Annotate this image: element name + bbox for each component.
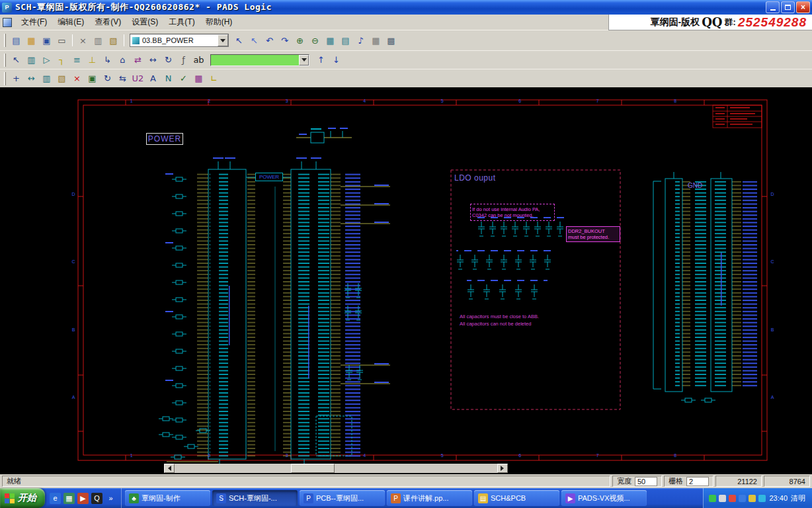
menu-help[interactable]: 帮助(H) [200,15,238,30]
ecc-button[interactable]: ▦ [191,71,206,86]
tray-icon-cyan[interactable] [758,495,766,502]
combo-dropdown-button[interactable] [299,55,309,65]
paste-special-button[interactable]: ▧ [54,71,69,86]
task-sch[interactable]: S SCH-覃纲固-... [212,490,298,506]
add-gate-button[interactable]: ▷ [39,53,54,67]
ground-button[interactable]: ⊥ [85,53,100,67]
horizontal-scrollbar[interactable] [164,464,508,473]
scroll-right-button[interactable] [497,464,508,473]
sheet-selector-combo[interactable]: 03.BB_POWER [130,34,229,47]
add-part-button[interactable]: ▥ [24,53,39,67]
gnd-connector-block[interactable] [653,172,765,402]
maximize-button[interactable] [781,1,795,13]
capacitor-note[interactable]: All capacitors must be close to ABB. All… [460,313,539,327]
swap-button[interactable]: ⇄ [130,53,145,67]
toolbar-grip[interactable] [4,72,6,85]
zoom-out-button[interactable]: ⊖ [307,33,323,48]
close-button[interactable]: × [796,1,810,13]
top-small-component[interactable] [296,128,352,143]
add-connection-button[interactable]: ┐ [54,53,69,67]
schematic-canvas[interactable]: POWER POWER LDO ouput GND If do not use … [0,87,812,474]
tray-icon-yellow[interactable] [749,495,756,502]
add-bus-button[interactable]: ≡ [69,53,85,67]
quicklaunch-qq[interactable]: Q [91,493,102,504]
text-button[interactable]: ab [191,53,206,67]
power-block-label[interactable]: POWER [255,173,283,181]
menu-setup[interactable]: 设置(S) [126,15,163,30]
quicklaunch-ie[interactable]: e [50,493,61,504]
menu-edit[interactable]: 编辑(E) [52,15,89,30]
main-power-ic[interactable] [197,157,390,470]
tray-icon-blue[interactable] [739,495,746,502]
select-pointer-button[interactable]: ↖ [231,33,247,48]
toolbar-grip[interactable] [4,54,6,67]
width-value-field[interactable]: 50 [635,477,657,486]
rotate-tool-button[interactable]: ↻ [161,53,176,67]
menu-file[interactable]: 文件(F) [16,15,52,30]
scrollbar-track[interactable] [175,464,497,473]
menu-view[interactable]: 查看(V) [89,15,126,30]
grid-value-field[interactable]: 2 [686,477,709,486]
rules-button[interactable]: ✓ [176,71,191,86]
radio-select-button[interactable]: ↖ [247,33,262,48]
sheet-button[interactable]: ▤ [338,33,353,48]
left-decoupling-parts[interactable] [159,173,218,462]
offpage-button[interactable]: ↳ [100,53,115,67]
save-button[interactable]: ▣ [39,33,54,48]
increment-up-button[interactable]: ↑ [313,53,329,67]
mirror-button[interactable]: ⇆ [115,71,130,86]
edit-attr-button[interactable]: A [145,71,161,86]
quicklaunch-media[interactable]: ▶ [77,493,89,504]
increment-down-button[interactable]: ↓ [329,53,344,67]
tray-icon-green[interactable] [709,495,716,502]
board-view-button[interactable]: ▦ [323,33,338,48]
move-gate-button[interactable]: ↔ [145,53,161,67]
gnd-label[interactable]: GND [688,182,702,189]
redo-button[interactable]: ↷ [277,33,292,48]
undo-button[interactable]: ↶ [262,33,277,48]
hierarchy-button[interactable]: ⌂ [115,53,130,67]
toolbar-grip[interactable] [4,34,6,47]
spreadsheet-button[interactable]: ▦ [368,33,384,48]
paste-button[interactable]: ▧ [106,33,121,48]
start-button[interactable]: 开始 [0,488,45,508]
new-button[interactable]: ▤ [9,33,24,48]
field-button[interactable]: ƒ [176,53,191,67]
delete-button[interactable]: × [69,71,85,86]
ddr2-note[interactable]: DDR2_BUKOUT must be protected. [566,226,620,242]
rotate90-button[interactable]: ↻ [100,71,115,86]
print-button[interactable]: ▭ [54,33,69,48]
cut-button[interactable]: × [75,33,91,48]
copy-button[interactable]: ▥ [91,33,106,48]
selection-tool-button[interactable]: ↖ [9,53,24,67]
stretch-button[interactable]: ↔ [24,71,39,86]
task-tree[interactable]: ♣ 覃纲固-制作 [125,490,210,506]
combo-dropdown-button[interactable] [218,34,228,46]
value-entry-combo[interactable] [210,54,309,66]
swap-ref-button[interactable]: U2 [130,71,145,86]
net-name-button[interactable]: N [161,71,176,86]
move-mode-button[interactable]: + [9,71,24,86]
task-video[interactable]: ▶ PADS-VX视频... [561,490,647,506]
measure-button[interactable]: ∟ [206,71,222,86]
audio-pa-note[interactable]: If do not use internal Audio PA, C0342 c… [470,204,555,221]
quicklaunch-more[interactable]: » [105,493,116,504]
ldo-section-label[interactable]: LDO ouput [454,173,496,183]
undelete-button[interactable]: ▣ [85,71,100,86]
open-button[interactable]: ▦ [24,33,39,48]
task-folder[interactable]: ▤ SCH&PCB [474,490,559,506]
sheet-title-label[interactable]: POWER [146,133,183,145]
minimize-button[interactable] [766,1,780,13]
ole-button[interactable]: ♪ [353,33,368,48]
menu-tools[interactable]: 工具(T) [163,15,200,30]
copy-mode-button[interactable]: ▥ [39,71,54,86]
cascade-button[interactable]: ▩ [384,33,399,48]
task-ppt[interactable]: P 课件讲解.pp... [387,490,472,506]
scrollbar-thumb[interactable] [291,464,335,473]
scroll-left-button[interactable] [164,464,175,473]
tray-icon-red[interactable] [729,495,736,502]
quicklaunch-desktop[interactable]: ▦ [63,493,75,504]
task-pcb[interactable]: P PCB--覃纲固... [300,490,385,506]
tray-icon-gray[interactable] [719,495,726,502]
ime-indicator[interactable]: 清明 [791,493,805,503]
